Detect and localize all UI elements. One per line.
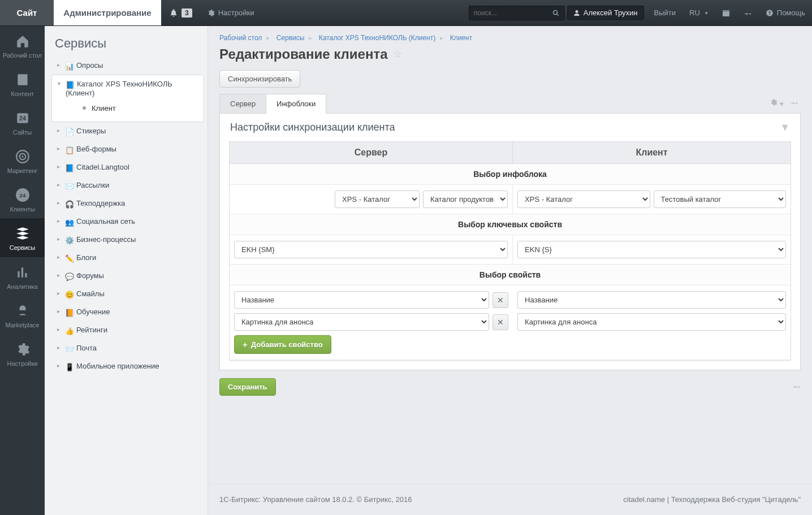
sidebar-item[interactable]: ▸📋Веб-формы [51,140,204,158]
sidebar-item[interactable]: ▸📙Обучение [51,303,204,321]
server-prop-select[interactable]: Название [234,291,489,309]
help-link[interactable]: ? Помощь [759,0,812,25]
tab-admin[interactable]: Администрирование [54,0,161,25]
sidebar-item[interactable]: ▸📊Опросы [51,57,204,75]
tab-site[interactable]: Сайт [0,0,54,25]
tabs: Сервер Инфоблоки ▾ [219,93,801,113]
client-prop-select[interactable]: Название [517,291,786,309]
svg-line-1 [556,14,558,15]
pin-icon[interactable] [737,0,759,25]
pin-icon[interactable] [793,382,801,392]
social-icon: 👥 [65,218,74,226]
remove-prop-button[interactable]: ✕ [493,314,508,330]
add-property-button[interactable]: +Добавить свойство [234,335,331,354]
footer-link[interactable]: citadel.name [623,495,665,504]
footer: 1С-Битрикс: Управление сайтом 18.0.2. © … [208,483,812,515]
th-client: Клиент [513,142,791,164]
topbar: Сайт Администрирование 3 Настройки Алекс… [0,0,812,26]
search-icon[interactable] [552,10,559,16]
sidebar-item[interactable]: ▾📘Каталог XPS ТехноНИКОЛЬ (Клиент) Клиен… [51,75,204,122]
rail-sites[interactable]: 24Сайты [0,103,45,141]
sync-button[interactable]: Синхронизировать [219,70,300,88]
smile-icon: 😊 [65,291,74,298]
rail-settings[interactable]: Настройки [0,334,45,373]
rail-marketing[interactable]: Маркетинг [0,141,45,180]
section-keys: Выбор ключевых свойств [230,214,791,235]
expand-icon: ▸ [57,200,60,206]
notifications[interactable]: 3 [161,0,200,25]
th-server: Сервер [230,142,513,164]
forms-icon: 📋 [65,146,74,154]
sidebar: Сервисы ▸📊Опросы ▾📘Каталог XPS ТехноНИКО… [45,26,208,515]
collapse-icon: ▾ [58,80,61,86]
remove-prop-button[interactable]: ✕ [493,292,508,308]
main: Рабочий стол▸ Сервисы▸ Каталог XPS Техно… [208,26,812,515]
sidebar-item[interactable]: ▸👥Социальная сеть [51,213,204,231]
expand-icon: ▸ [57,290,60,296]
catalog-icon: 📘 [66,81,75,89]
plus-icon: + [243,340,248,349]
help-icon: ? [766,9,774,17]
sidebar-item[interactable]: ▸⚙️Бизнес-процессы [51,231,204,249]
save-button[interactable]: Сохранить [219,378,276,396]
sidebar-item[interactable]: ▸🎧Техподдержка [51,194,204,213]
lang-switch[interactable]: RU▾ [683,0,715,25]
blog-icon: ✏️ [65,254,74,262]
sidebar-item[interactable]: ▸✏️Блоги [51,249,204,267]
user-button[interactable]: Алексей Трухин [567,6,644,20]
favorite-star-icon[interactable]: ☆ [393,48,402,60]
sidebar-item[interactable]: ▸✉️Рассылки [51,176,204,194]
rail-clients[interactable]: 24Клиенты [0,180,45,218]
mobile-icon: 📱 [65,363,74,371]
client-block-select[interactable]: Тестовый каталог [654,191,786,208]
tab-server[interactable]: Сервер [219,94,266,114]
sidebar-item[interactable]: ▸📘Citadel.Langtool [51,158,204,176]
collapse-icon[interactable]: ▼ [780,122,790,133]
crumb-link[interactable]: Клиент [450,34,473,42]
sidebar-item[interactable]: ▸📄Стикеры [51,122,204,140]
crumb-link[interactable]: Каталог XPS ТехноНИКОЛЬ (Клиент) [319,34,436,42]
search-input[interactable] [469,6,565,20]
client-key-select[interactable]: EKN {S} [517,241,786,258]
close-icon: ✕ [497,296,504,305]
client-prop-select[interactable]: Картинка для анонса [517,313,786,331]
search [464,0,564,25]
settings-panel: Настройки синхронизации клиента ▼ Сервер… [219,113,801,370]
server-key-select[interactable]: EKH {SM} [234,241,508,258]
sidebar-subitem-client[interactable]: Клиент [66,99,199,117]
expand-icon: ▸ [57,181,60,188]
rail-marketplace[interactable]: Marketplace [0,296,45,334]
section-infoblock: Выбор инфоблока [230,164,791,185]
svg-point-10 [21,156,23,158]
tab-infoblocks[interactable]: Инфоблоки [266,94,326,114]
sidebar-item[interactable]: ▸😊Смайлы [51,285,204,303]
icon-rail: Рабочий стол Контент 24Сайты Маркетинг 2… [0,26,45,515]
server-block-type-select[interactable]: XPS - Каталог [335,191,420,208]
settings-link[interactable]: Настройки [200,0,261,25]
server-prop-select[interactable]: Картинка для анонса [234,313,489,331]
crumb-link[interactable]: Рабочий стол [219,34,262,42]
expand-icon: ▸ [57,145,60,152]
footer-link[interactable]: Техподдержка Веб-студия "Цитадель" [671,495,801,504]
pin-icon[interactable] [791,98,798,108]
rating-icon: 👍 [65,327,74,335]
footer-copyright: 1С-Битрикс: Управление сайтом 18.0.2. © … [219,495,412,504]
page-title: Редактирование клиента [219,46,387,62]
gear-icon[interactable]: ▾ [770,98,784,108]
rail-analytics[interactable]: Аналитика [0,257,45,296]
panel-title: Настройки синхронизации клиента [230,122,395,133]
server-block-select[interactable]: Каталог продуктов [423,191,508,208]
client-block-type-select[interactable]: XPS - Каталог [517,191,650,208]
sidebar-item[interactable]: ▸📱Мобильное приложение [51,357,204,375]
sidebar-item[interactable]: ▸👍Рейтинги [51,321,204,339]
crumb-link[interactable]: Сервисы [277,34,305,42]
sidebar-item[interactable]: ▸💬Форумы [51,267,204,285]
rail-services[interactable]: Сервисы [0,218,45,257]
rail-content[interactable]: Контент [0,64,45,103]
tab-actions: ▾ [770,93,801,113]
rail-desktop[interactable]: Рабочий стол [0,26,45,64]
logout-link[interactable]: Выйти [647,0,683,25]
sidebar-item[interactable]: ▸📨Почта [51,339,204,357]
sidebar-title: Сервисы [45,36,208,57]
calendar-icon[interactable] [715,0,737,25]
